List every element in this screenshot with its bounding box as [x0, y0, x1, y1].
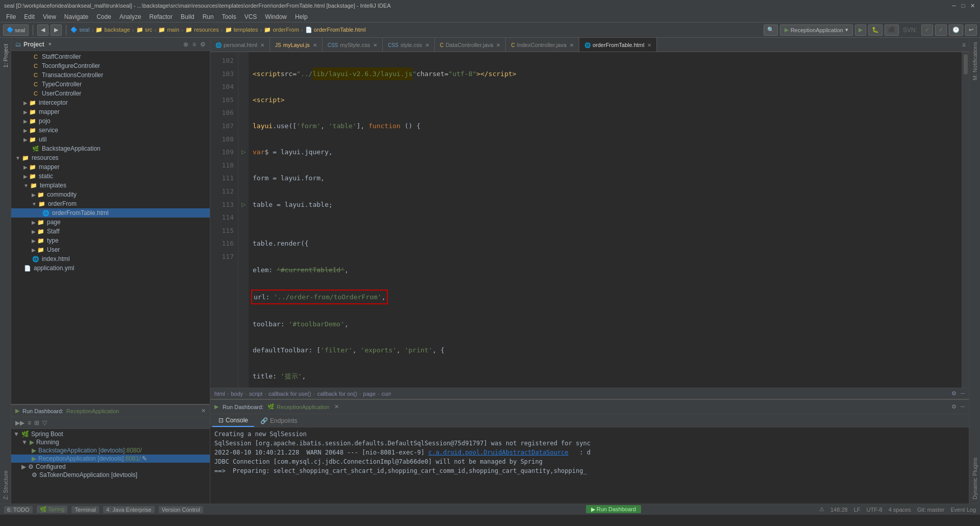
stop-button[interactable]: ⬛: [885, 25, 899, 36]
close-personal-tab[interactable]: ✕: [260, 42, 264, 48]
menu-code[interactable]: Code: [92, 12, 115, 21]
run-button[interactable]: ▶: [855, 25, 866, 36]
close-data-tab[interactable]: ✕: [496, 42, 500, 48]
close-orderfrom-tab[interactable]: ✕: [647, 42, 651, 48]
console-settings-icon[interactable]: ⚙: [951, 403, 957, 410]
tab-data-controller[interactable]: C DataController.java ✕: [435, 38, 506, 52]
endpoints-tab[interactable]: 🔗 Endpoints: [254, 415, 303, 426]
status-indent[interactable]: 4 spaces: [889, 507, 911, 513]
console-tab[interactable]: ⊡ Console: [212, 415, 254, 427]
structure-tab[interactable]: Z: Structure: [2, 466, 10, 504]
svn-check2[interactable]: ✓: [935, 25, 947, 36]
tree-item-backstage-app[interactable]: 🌿 BackstageApplication: [11, 144, 210, 153]
tab-orderfromtable[interactable]: 🌐 orderFromTable.html ✕: [579, 38, 657, 52]
editor-scrollbar[interactable]: [962, 52, 969, 388]
run-grid-btn[interactable]: ⊞: [34, 419, 39, 426]
tree-item-templates[interactable]: ▼ 📁 templates: [11, 181, 210, 190]
run-config-selector[interactable]: ▶ ReceptionApplication ▾: [780, 25, 853, 36]
tree-item-index-html[interactable]: 🌐 index.html: [11, 254, 210, 264]
java-enterprise-btn[interactable]: 4: Java Enterprise: [103, 506, 155, 513]
status-encoding[interactable]: UTF-8: [866, 507, 882, 513]
path-curr[interactable]: curr: [381, 391, 391, 397]
version-control-btn[interactable]: Version Control: [159, 506, 203, 513]
tree-item-user[interactable]: ▶ 📁 User: [11, 245, 210, 254]
running-group[interactable]: ▼ ▶ Running: [11, 438, 210, 446]
forward-button[interactable]: ▶: [51, 25, 62, 36]
tab-personal-html[interactable]: 🌐 personal.html ✕: [210, 38, 270, 52]
tb-src[interactable]: 📁 src: [136, 27, 153, 33]
run-single-btn[interactable]: ≡: [28, 419, 31, 426]
close-button[interactable]: ✕: [969, 2, 976, 9]
tree-item-type-controller[interactable]: C TypeController: [11, 80, 210, 89]
spring-boot-group[interactable]: ▼ 🌿 Spring Boot: [11, 430, 210, 438]
run-all-btn[interactable]: ▶▶: [15, 419, 24, 426]
tb-resources[interactable]: 📁 resources: [185, 27, 218, 33]
menu-run[interactable]: Run: [199, 12, 218, 21]
menu-help[interactable]: Help: [291, 12, 312, 21]
search-everywhere-btn[interactable]: 🔍: [764, 25, 778, 36]
menu-tools[interactable]: Tools: [218, 12, 240, 21]
tree-item-resources-mapper[interactable]: ▶ 📁 mapper: [11, 162, 210, 172]
run-dashboard-status-btn[interactable]: ▶ Run Dashboard: [586, 505, 641, 513]
project-selector[interactable]: 🔷 seal: [3, 25, 29, 36]
configured-group[interactable]: ▶ ⚙ Configured: [11, 463, 210, 471]
console-minimize-icon[interactable]: ─: [961, 403, 965, 410]
tree-item-application[interactable]: 📄 application.yml: [11, 264, 210, 273]
reception-app-item[interactable]: ▶ ReceptionApplication [devtools] :8081/…: [11, 455, 210, 463]
tree-item-transactions-controller[interactable]: C TransactionsController: [11, 70, 210, 80]
close-index-tab[interactable]: ✕: [570, 42, 574, 48]
tb-orderfrom[interactable]: 📁 orderFrom: [264, 27, 299, 33]
project-collapse-icon[interactable]: ≡: [192, 41, 196, 48]
tree-item-service[interactable]: ▶ 📁 service: [11, 126, 210, 135]
menu-edit[interactable]: Edit: [20, 12, 39, 21]
menu-navigate[interactable]: Navigate: [60, 12, 92, 21]
tab-mystyle-css[interactable]: CSS myStyle.css ✕: [323, 38, 383, 52]
menu-view[interactable]: View: [39, 12, 60, 21]
tab-index-controller[interactable]: C IndexController.java ✕: [506, 38, 579, 52]
druid-link[interactable]: c.a.druid.pool.DruidAbstractDataSource: [428, 449, 569, 456]
tree-item-type[interactable]: ▶ 📁 type: [11, 236, 210, 245]
svn-history[interactable]: 🕐: [949, 25, 963, 36]
recent-files-btn[interactable]: ≡: [959, 38, 969, 52]
close-run[interactable]: ✕: [201, 408, 206, 414]
path-callback-use[interactable]: callback for use(): [268, 391, 311, 397]
path-callback-on[interactable]: callback for on(): [317, 391, 357, 397]
tree-item-static[interactable]: ▶ 📁 static: [11, 172, 210, 181]
close-mystyle-tab[interactable]: ✕: [373, 42, 377, 48]
right-tab-svn[interactable]: M: Notifications: [971, 38, 979, 84]
menu-vcs[interactable]: VCS: [240, 12, 261, 21]
path-html[interactable]: html: [214, 391, 225, 397]
menu-file[interactable]: File: [2, 12, 20, 21]
back-button[interactable]: ◀: [37, 25, 48, 36]
tb-file[interactable]: 📄 orderFromTable.html: [305, 27, 366, 33]
tab-style-css[interactable]: CSS style.css ✕: [383, 38, 435, 52]
tab-mylayui-js[interactable]: JS myLayui.js ✕: [270, 38, 323, 52]
path-body[interactable]: body: [231, 391, 243, 397]
scrollbar-thumb[interactable]: [964, 54, 968, 75]
menu-refactor[interactable]: Refactor: [145, 12, 177, 21]
status-lf[interactable]: LF: [854, 507, 861, 513]
tree-item-user-controller[interactable]: C UserController: [11, 89, 210, 98]
project-dropdown[interactable]: ▾: [48, 41, 52, 47]
tree-item-pojo[interactable]: ▶ 📁 pojo: [11, 116, 210, 126]
close-mylayui-tab[interactable]: ✕: [313, 42, 317, 48]
svn-revert[interactable]: ↩: [965, 25, 977, 36]
tree-item-mapper[interactable]: ▶ 📁 mapper: [11, 107, 210, 116]
run-app-link[interactable]: 🌿 ReceptionApplication: [267, 403, 329, 410]
run-app-close[interactable]: ✕: [334, 403, 339, 410]
tree-item-page[interactable]: ▶ 📁 page: [11, 218, 210, 227]
close-style-tab[interactable]: ✕: [425, 42, 429, 48]
window-controls[interactable]: ─ □ ✕: [950, 2, 976, 9]
tree-item-commodity[interactable]: ▶ 📁 commodity: [11, 190, 210, 199]
project-settings-icon[interactable]: ⚙: [200, 41, 206, 48]
tree-item-staff-controller[interactable]: C StaffController: [11, 52, 210, 61]
run-app-label[interactable]: ReceptionApplication: [66, 408, 119, 414]
debug-button[interactable]: 🐛: [868, 25, 883, 36]
tree-item-orderfrom[interactable]: ▼ 📁 orderFrom: [11, 199, 210, 208]
menu-analyze[interactable]: Analyze: [115, 12, 145, 21]
tb-seal[interactable]: 🔷 seal: [70, 27, 89, 33]
code-content[interactable]: <script src="../lib/layui-v2.6.3/layui.j…: [249, 52, 962, 388]
tree-item-util[interactable]: ▶ 📁 util: [11, 135, 210, 144]
tree-item-toconfigure-controller[interactable]: C ToconfigureController: [11, 61, 210, 70]
status-event-log[interactable]: Event Log: [950, 507, 976, 513]
